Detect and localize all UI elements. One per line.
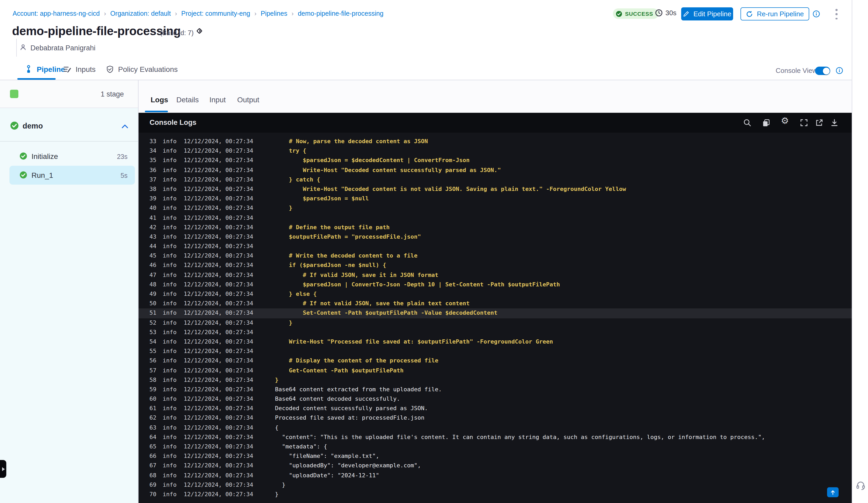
rerun-pipeline-button[interactable]: Re-run Pipeline — [741, 7, 809, 20]
log-line-number[interactable]: 53 — [142, 328, 156, 337]
log-line-number[interactable]: 40 — [142, 204, 156, 213]
step-detail-tabs: Logs Details Input Output — [138, 80, 852, 113]
breadcrumb-link[interactable]: demo-pipeline-file-processing — [298, 10, 384, 17]
log-message: Processed file saved at: processedFile.j… — [275, 413, 425, 423]
log-line-number[interactable]: 69 — [142, 480, 156, 490]
log-line-number[interactable]: 56 — [142, 356, 156, 366]
log-row: 70info12/12/2024, 00:27:34} — [138, 490, 852, 499]
log-line-number[interactable]: 34 — [142, 146, 156, 156]
log-message: } — [275, 490, 278, 499]
log-line-number[interactable]: 51 — [142, 309, 156, 318]
log-line-number[interactable]: 47 — [142, 270, 156, 280]
rerun-info-icon[interactable] — [813, 10, 820, 18]
log-level: info — [163, 471, 178, 480]
step-duration: 23s — [117, 153, 127, 160]
breadcrumb-link[interactable]: Pipelines — [260, 10, 287, 17]
log-row: 55info12/12/2024, 00:27:34 — [138, 347, 852, 356]
log-row: 41info12/12/2024, 00:27:34 — [138, 213, 852, 223]
stage-step-initialize[interactable]: Initialize23s — [9, 147, 135, 166]
log-message: Write-Host "Processed file saved at: $ou… — [275, 337, 553, 347]
tab-inputs[interactable]: Inputs — [63, 65, 95, 73]
log-line-number[interactable]: 48 — [142, 280, 156, 290]
log-line-number[interactable]: 62 — [142, 413, 156, 423]
log-message: Base64 content decoded successfully. — [275, 395, 400, 404]
log-message: Base64 content extracted from the upload… — [275, 385, 442, 395]
copy-icon[interactable] — [762, 118, 771, 127]
log-line-number[interactable]: 49 — [142, 290, 156, 299]
log-line-number[interactable]: 70 — [142, 490, 156, 499]
open-in-new-icon[interactable] — [815, 118, 823, 127]
log-scroll-area[interactable]: 33info12/12/2024, 00:27:34 # Now, parse … — [138, 134, 852, 503]
log-line-number[interactable]: 43 — [142, 232, 156, 242]
log-line-number[interactable]: 38 — [142, 185, 156, 194]
log-line-number[interactable]: 36 — [142, 166, 156, 175]
log-level: info — [163, 385, 178, 395]
log-line-number[interactable]: 39 — [142, 194, 156, 203]
log-line-number[interactable]: 58 — [142, 375, 156, 385]
log-line-number[interactable]: 41 — [142, 213, 156, 223]
edit-pipeline-button[interactable]: Edit Pipeline — [681, 7, 733, 20]
log-row: 65info12/12/2024, 00:27:34 "metadata": { — [138, 442, 852, 452]
breadcrumb-separator: › — [254, 10, 256, 17]
breadcrumb-link[interactable]: Account: app-harness-ng-cicd — [13, 10, 100, 17]
log-message: Write-Host "Decoded content successfully… — [275, 166, 501, 175]
breadcrumb-link[interactable]: Organization: default — [110, 10, 171, 17]
log-row: 42info12/12/2024, 00:27:34 # Define the … — [138, 223, 852, 232]
log-line-number[interactable]: 46 — [142, 261, 156, 270]
tab-logs[interactable]: Logs — [151, 95, 168, 104]
help-headset-icon[interactable] — [855, 480, 866, 490]
log-line-number[interactable]: 50 — [142, 299, 156, 308]
scroll-to-top-button[interactable] — [827, 487, 839, 497]
console-view-info-icon[interactable] — [836, 66, 843, 74]
log-line-number[interactable]: 54 — [142, 337, 156, 347]
console-view-toggle[interactable] — [815, 66, 830, 75]
log-line-number[interactable]: 55 — [142, 347, 156, 356]
tab-policy-evaluations[interactable]: Policy Evaluations — [106, 65, 178, 73]
log-line-number[interactable]: 67 — [142, 461, 156, 471]
tab-pipeline[interactable]: Pipeline — [25, 65, 65, 73]
log-line-number[interactable]: 59 — [142, 385, 156, 395]
log-level: info — [163, 185, 178, 194]
edit-pipeline-label: Edit Pipeline — [693, 10, 732, 18]
log-line-number[interactable]: 64 — [142, 433, 156, 442]
log-line-number[interactable]: 65 — [142, 442, 156, 452]
download-icon[interactable] — [830, 118, 839, 127]
more-options-menu[interactable] — [832, 8, 841, 20]
log-line-number[interactable]: 35 — [142, 156, 156, 166]
log-line-number[interactable]: 60 — [142, 395, 156, 404]
log-line-number[interactable]: 57 — [142, 366, 156, 375]
tab-input[interactable]: Input — [209, 95, 226, 104]
log-line-number[interactable]: 52 — [142, 318, 156, 327]
log-line-number[interactable]: 68 — [142, 471, 156, 480]
log-line-number[interactable]: 37 — [142, 175, 156, 185]
log-level: info — [163, 223, 178, 232]
chevron-up-icon[interactable] — [121, 124, 128, 129]
console-title: Console Logs — [149, 118, 197, 126]
stage-step-run_1[interactable]: Run_15s — [9, 166, 135, 185]
log-timestamp: 12/12/2024, 00:27:34 — [184, 166, 255, 175]
log-level: info — [163, 328, 178, 337]
log-level: info — [163, 137, 178, 146]
log-timestamp: 12/12/2024, 00:27:34 — [184, 433, 255, 442]
breadcrumb-link[interactable]: Project: community-eng — [181, 10, 250, 17]
stage-group-demo[interactable]: demo — [0, 113, 138, 141]
tab-details[interactable]: Details — [176, 95, 199, 104]
fullscreen-icon[interactable] — [800, 118, 808, 127]
log-row: 64info12/12/2024, 00:27:34 "content": "T… — [138, 433, 852, 442]
log-level: info — [163, 347, 178, 356]
log-row: 61info12/12/2024, 00:27:34Decoded conten… — [138, 404, 852, 413]
search-icon[interactable] — [743, 118, 752, 127]
log-line-number[interactable]: 61 — [142, 404, 156, 413]
log-line-number[interactable]: 66 — [142, 452, 156, 461]
log-timestamp: 12/12/2024, 00:27:34 — [184, 175, 255, 185]
log-line-number[interactable]: 42 — [142, 223, 156, 232]
log-line-number[interactable]: 63 — [142, 423, 156, 432]
log-line-number[interactable]: 33 — [142, 137, 156, 146]
expand-panel-toggle[interactable] — [0, 460, 6, 478]
log-line-number[interactable]: 44 — [142, 242, 156, 251]
log-row: 63info12/12/2024, 00:27:34{ — [138, 423, 852, 432]
settings-gear-icon[interactable]: ⚙ — [781, 116, 789, 125]
status-badge: SUCCESS — [613, 8, 658, 19]
log-line-number[interactable]: 45 — [142, 251, 156, 261]
tab-output[interactable]: Output — [237, 95, 259, 104]
